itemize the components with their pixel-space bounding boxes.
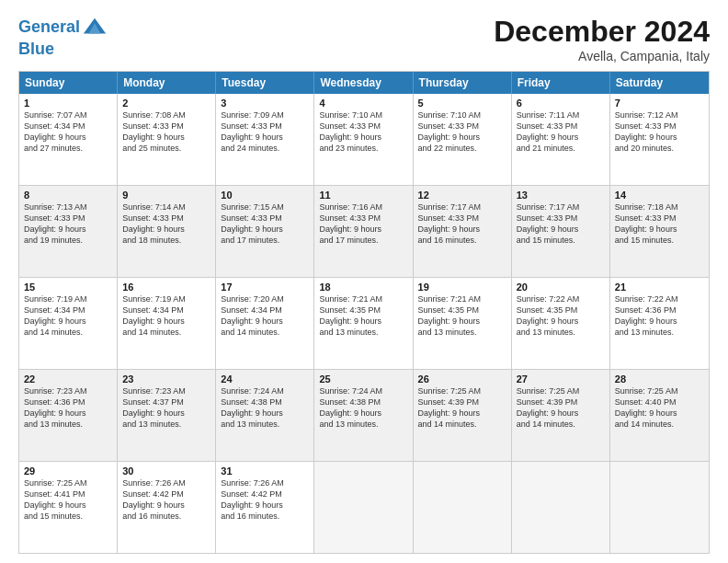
- day-number: 27: [517, 373, 605, 385]
- day-cell-22: 22Sunrise: 7:23 AM Sunset: 4:36 PM Dayli…: [19, 370, 118, 461]
- empty-cell: [512, 462, 610, 553]
- day-info: Sunrise: 7:09 AM Sunset: 4:33 PM Dayligh…: [221, 109, 309, 155]
- month-title: December 2024: [494, 15, 710, 49]
- day-cell-13: 13Sunrise: 7:17 AM Sunset: 4:33 PM Dayli…: [512, 186, 610, 277]
- calendar-week-4: 22Sunrise: 7:23 AM Sunset: 4:36 PM Dayli…: [19, 369, 709, 461]
- day-number: 11: [319, 190, 407, 201]
- header-thursday: Thursday: [414, 72, 512, 94]
- day-number: 10: [221, 190, 309, 201]
- day-cell-16: 16Sunrise: 7:19 AM Sunset: 4:34 PM Dayli…: [118, 278, 216, 369]
- day-info: Sunrise: 7:24 AM Sunset: 4:38 PM Dayligh…: [319, 385, 407, 431]
- logo-text: General: [18, 18, 80, 37]
- day-cell-26: 26Sunrise: 7:25 AM Sunset: 4:39 PM Dayli…: [414, 370, 512, 461]
- day-info: Sunrise: 7:10 AM Sunset: 4:33 PM Dayligh…: [319, 109, 407, 155]
- day-info: Sunrise: 7:22 AM Sunset: 4:35 PM Dayligh…: [517, 293, 605, 339]
- day-cell-7: 7Sunrise: 7:12 AM Sunset: 4:33 PM Daylig…: [610, 94, 709, 185]
- calendar-week-5: 29Sunrise: 7:25 AM Sunset: 4:41 PM Dayli…: [19, 461, 709, 553]
- day-cell-18: 18Sunrise: 7:21 AM Sunset: 4:35 PM Dayli…: [314, 278, 413, 369]
- day-number: 25: [319, 373, 407, 385]
- subtitle: Avella, Campania, Italy: [494, 49, 710, 63]
- day-number: 23: [122, 373, 210, 385]
- day-info: Sunrise: 7:12 AM Sunset: 4:33 PM Dayligh…: [615, 109, 704, 155]
- day-info: Sunrise: 7:16 AM Sunset: 4:33 PM Dayligh…: [319, 201, 407, 247]
- day-number: 14: [615, 190, 704, 201]
- day-info: Sunrise: 7:21 AM Sunset: 4:35 PM Dayligh…: [319, 293, 407, 339]
- day-cell-3: 3Sunrise: 7:09 AM Sunset: 4:33 PM Daylig…: [216, 94, 314, 185]
- day-cell-19: 19Sunrise: 7:21 AM Sunset: 4:35 PM Dayli…: [414, 278, 512, 369]
- day-cell-17: 17Sunrise: 7:20 AM Sunset: 4:34 PM Dayli…: [216, 278, 314, 369]
- day-number: 2: [122, 98, 210, 109]
- header-sunday: Sunday: [19, 72, 118, 94]
- day-info: Sunrise: 7:25 AM Sunset: 4:39 PM Dayligh…: [517, 385, 605, 431]
- day-number: 22: [24, 373, 112, 385]
- header-saturday: Saturday: [610, 72, 709, 94]
- day-cell-31: 31Sunrise: 7:26 AM Sunset: 4:42 PM Dayli…: [216, 462, 314, 553]
- day-cell-2: 2Sunrise: 7:08 AM Sunset: 4:33 PM Daylig…: [118, 94, 216, 185]
- day-number: 12: [418, 190, 506, 201]
- day-number: 26: [418, 373, 506, 385]
- day-cell-6: 6Sunrise: 7:11 AM Sunset: 4:33 PM Daylig…: [512, 94, 610, 185]
- day-number: 20: [517, 282, 605, 293]
- day-number: 15: [24, 282, 112, 293]
- day-info: Sunrise: 7:23 AM Sunset: 4:37 PM Dayligh…: [122, 385, 210, 431]
- day-number: 13: [517, 190, 605, 201]
- day-cell-10: 10Sunrise: 7:15 AM Sunset: 4:33 PM Dayli…: [216, 186, 314, 277]
- day-info: Sunrise: 7:17 AM Sunset: 4:33 PM Dayligh…: [517, 201, 605, 247]
- day-info: Sunrise: 7:25 AM Sunset: 4:39 PM Dayligh…: [418, 385, 506, 431]
- day-info: Sunrise: 7:13 AM Sunset: 4:33 PM Dayligh…: [24, 201, 112, 247]
- calendar: Sunday Monday Tuesday Wednesday Thursday…: [18, 71, 710, 554]
- day-info: Sunrise: 7:24 AM Sunset: 4:38 PM Dayligh…: [221, 385, 309, 431]
- day-number: 21: [615, 282, 704, 293]
- day-info: Sunrise: 7:08 AM Sunset: 4:33 PM Dayligh…: [122, 109, 210, 155]
- day-cell-20: 20Sunrise: 7:22 AM Sunset: 4:35 PM Dayli…: [512, 278, 610, 369]
- day-number: 16: [122, 282, 210, 293]
- day-cell-5: 5Sunrise: 7:10 AM Sunset: 4:33 PM Daylig…: [414, 94, 512, 185]
- calendar-body: 1Sunrise: 7:07 AM Sunset: 4:34 PM Daylig…: [19, 94, 709, 553]
- day-cell-28: 28Sunrise: 7:25 AM Sunset: 4:40 PM Dayli…: [610, 370, 709, 461]
- day-number: 24: [221, 373, 309, 385]
- header-wednesday: Wednesday: [314, 72, 413, 94]
- day-info: Sunrise: 7:22 AM Sunset: 4:36 PM Dayligh…: [615, 293, 704, 339]
- day-info: Sunrise: 7:14 AM Sunset: 4:33 PM Dayligh…: [122, 201, 210, 247]
- header-friday: Friday: [512, 72, 610, 94]
- day-cell-27: 27Sunrise: 7:25 AM Sunset: 4:39 PM Dayli…: [512, 370, 610, 461]
- day-cell-11: 11Sunrise: 7:16 AM Sunset: 4:33 PM Dayli…: [314, 186, 413, 277]
- day-info: Sunrise: 7:25 AM Sunset: 4:40 PM Dayligh…: [615, 385, 704, 431]
- day-cell-12: 12Sunrise: 7:17 AM Sunset: 4:33 PM Dayli…: [414, 186, 512, 277]
- day-number: 8: [24, 190, 112, 201]
- logo-icon: [82, 15, 108, 40]
- day-cell-9: 9Sunrise: 7:14 AM Sunset: 4:33 PM Daylig…: [118, 186, 216, 277]
- day-number: 1: [24, 98, 112, 109]
- day-info: Sunrise: 7:26 AM Sunset: 4:42 PM Dayligh…: [221, 477, 309, 523]
- day-number: 4: [319, 98, 407, 109]
- empty-cell: [314, 462, 413, 553]
- day-number: 6: [517, 98, 605, 109]
- day-info: Sunrise: 7:21 AM Sunset: 4:35 PM Dayligh…: [418, 293, 506, 339]
- calendar-week-3: 15Sunrise: 7:19 AM Sunset: 4:34 PM Dayli…: [19, 277, 709, 369]
- day-cell-8: 8Sunrise: 7:13 AM Sunset: 4:33 PM Daylig…: [19, 186, 118, 277]
- day-cell-15: 15Sunrise: 7:19 AM Sunset: 4:34 PM Dayli…: [19, 278, 118, 369]
- day-info: Sunrise: 7:25 AM Sunset: 4:41 PM Dayligh…: [24, 477, 112, 523]
- day-number: 30: [122, 465, 210, 477]
- day-number: 18: [319, 282, 407, 293]
- day-info: Sunrise: 7:07 AM Sunset: 4:34 PM Dayligh…: [24, 109, 112, 155]
- day-cell-24: 24Sunrise: 7:24 AM Sunset: 4:38 PM Dayli…: [216, 370, 314, 461]
- day-info: Sunrise: 7:17 AM Sunset: 4:33 PM Dayligh…: [418, 201, 506, 247]
- day-info: Sunrise: 7:20 AM Sunset: 4:34 PM Dayligh…: [221, 293, 309, 339]
- day-info: Sunrise: 7:23 AM Sunset: 4:36 PM Dayligh…: [24, 385, 112, 431]
- day-cell-25: 25Sunrise: 7:24 AM Sunset: 4:38 PM Dayli…: [314, 370, 413, 461]
- day-info: Sunrise: 7:19 AM Sunset: 4:34 PM Dayligh…: [24, 293, 112, 339]
- day-number: 28: [615, 373, 704, 385]
- header-tuesday: Tuesday: [216, 72, 314, 94]
- day-info: Sunrise: 7:10 AM Sunset: 4:33 PM Dayligh…: [418, 109, 506, 155]
- day-number: 3: [221, 98, 309, 109]
- calendar-week-1: 1Sunrise: 7:07 AM Sunset: 4:34 PM Daylig…: [19, 94, 709, 185]
- empty-cell: [414, 462, 512, 553]
- day-number: 9: [122, 190, 210, 201]
- day-cell-29: 29Sunrise: 7:25 AM Sunset: 4:41 PM Dayli…: [19, 462, 118, 553]
- header: General Blue December 2024 Avella, Campa…: [18, 15, 710, 63]
- day-info: Sunrise: 7:15 AM Sunset: 4:33 PM Dayligh…: [221, 201, 309, 247]
- day-number: 17: [221, 282, 309, 293]
- empty-cell: [610, 462, 709, 553]
- day-info: Sunrise: 7:26 AM Sunset: 4:42 PM Dayligh…: [122, 477, 210, 523]
